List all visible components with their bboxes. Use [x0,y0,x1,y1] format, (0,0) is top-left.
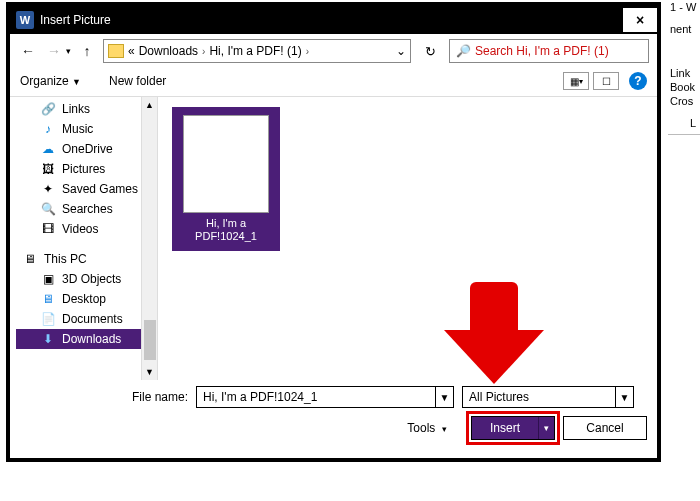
tree-item-label: 3D Objects [62,272,121,286]
preview-pane-button[interactable]: ☐ [593,72,619,90]
chevron-down-icon[interactable]: ▼ [435,387,453,407]
path-dropdown-icon[interactable]: ⌄ [396,44,406,58]
tree-scrollbar[interactable]: ▲ ▼ [141,97,157,380]
tree-item-icon: ✦ [40,182,56,196]
new-folder-button[interactable]: New folder [109,74,166,88]
breadcrumb-item[interactable]: Downloads [139,44,198,58]
tree-item-label: Searches [62,202,113,216]
scroll-thumb[interactable] [144,320,156,360]
tree-item-label: Links [62,102,90,116]
pc-icon: 🖥 [22,252,38,266]
tree-item-icon: ♪ [40,122,56,136]
thumbnail-label: Hi, I'm a PDF!1024_1 [182,217,270,243]
insert-button[interactable]: Insert ▾ [471,416,555,440]
breadcrumb-item[interactable]: Hi, I'm a PDF! (1) [209,44,301,58]
file-thumbnail-selected[interactable]: Hi, I'm a PDF!1024_1 [172,107,280,251]
search-icon: 🔎 [456,44,471,58]
tree-item-icon: 🖼 [40,162,56,176]
nav-forward-button[interactable]: → [44,41,64,61]
tree-item-label: Videos [62,222,98,236]
cancel-button[interactable]: Cancel [563,416,647,440]
scroll-up-icon[interactable]: ▲ [142,97,158,113]
breadcrumb-prefix: « [128,44,135,58]
file-pane[interactable]: Hi, I'm a PDF!1024_1 [158,97,657,380]
filetype-combo[interactable]: All Pictures ▼ [462,386,634,408]
navigation-tree: 🔗Links♪Music☁OneDrive🖼Pictures✦Saved Gam… [10,97,158,380]
tree-item-label: Downloads [62,332,121,346]
tree-item[interactable]: ▣3D Objects [16,269,157,289]
nav-up-button[interactable]: ↑ [77,41,97,61]
tree-item-icon: ☁ [40,142,56,156]
tree-item[interactable]: ✦Saved Games [16,179,157,199]
folder-icon [108,44,124,58]
insert-picture-dialog: W Insert Picture × ← → ▾ ↑ « Downloads ›… [6,2,661,462]
tree-item-icon: ▣ [40,272,56,286]
filename-label: File name: [20,390,188,404]
dialog-title: Insert Picture [40,13,111,27]
refresh-button[interactable]: ↻ [417,39,443,63]
close-button[interactable]: × [623,8,657,32]
filename-combo[interactable]: Hi, I'm a PDF!1024_1 ▼ [196,386,454,408]
tree-item[interactable]: 🔍Searches [16,199,157,219]
tree-item[interactable]: ⬇Downloads [16,329,157,349]
nav-back-button[interactable]: ← [18,41,38,61]
address-bar[interactable]: « Downloads › Hi, I'm a PDF! (1) › ⌄ [103,39,411,63]
organize-menu[interactable]: Organize ▼ [20,74,81,88]
view-mode-button[interactable]: ▦▾ [563,72,589,90]
tree-item-this-pc[interactable]: 🖥This PC [16,249,157,269]
tree-item-label: Music [62,122,93,136]
tree-item-label: Documents [62,312,123,326]
toolbar: Organize ▼ New folder ▦▾ ☐ ? [10,68,657,97]
insert-split-dropdown[interactable]: ▾ [538,417,554,439]
tree-item[interactable]: 🎞Videos [16,219,157,239]
thumbnail-icon [183,115,269,213]
tree-item-icon: 🎞 [40,222,56,236]
tree-item-icon: 🖥 [40,292,56,306]
tree-item-label: This PC [44,252,87,266]
tree-item[interactable]: ☁OneDrive [16,139,157,159]
word-icon: W [16,11,34,29]
tree-item-label: Saved Games [62,182,138,196]
tree-item-label: Desktop [62,292,106,306]
search-input[interactable]: 🔎 Search Hi, I'm a PDF! (1) [449,39,649,63]
scroll-down-icon[interactable]: ▼ [142,364,158,380]
tree-item[interactable]: 🔗Links [16,99,157,119]
dialog-footer: File name: Hi, I'm a PDF!1024_1 ▼ All Pi… [10,380,657,458]
tree-item[interactable]: ♪Music [16,119,157,139]
tree-item[interactable]: 🖼Pictures [16,159,157,179]
tree-item-icon: 📄 [40,312,56,326]
nav-history-dropdown[interactable]: ▾ [66,46,71,56]
tree-item-icon: 🔍 [40,202,56,216]
tree-item-icon: ⬇ [40,332,56,346]
tree-item-label: OneDrive [62,142,113,156]
tree-item[interactable]: 📄Documents [16,309,157,329]
nav-row: ← → ▾ ↑ « Downloads › Hi, I'm a PDF! (1)… [10,34,657,68]
chevron-down-icon[interactable]: ▼ [615,387,633,407]
tree-item[interactable]: 🖥Desktop [16,289,157,309]
tree-item-label: Pictures [62,162,105,176]
help-button[interactable]: ? [629,72,647,90]
tools-menu[interactable]: Tools ▾ [407,421,447,435]
background-ribbon-fragment: 1 - W nent Link Book Cros L [668,0,700,501]
tree-item-icon: 🔗 [40,102,56,116]
titlebar: W Insert Picture × [10,6,657,34]
